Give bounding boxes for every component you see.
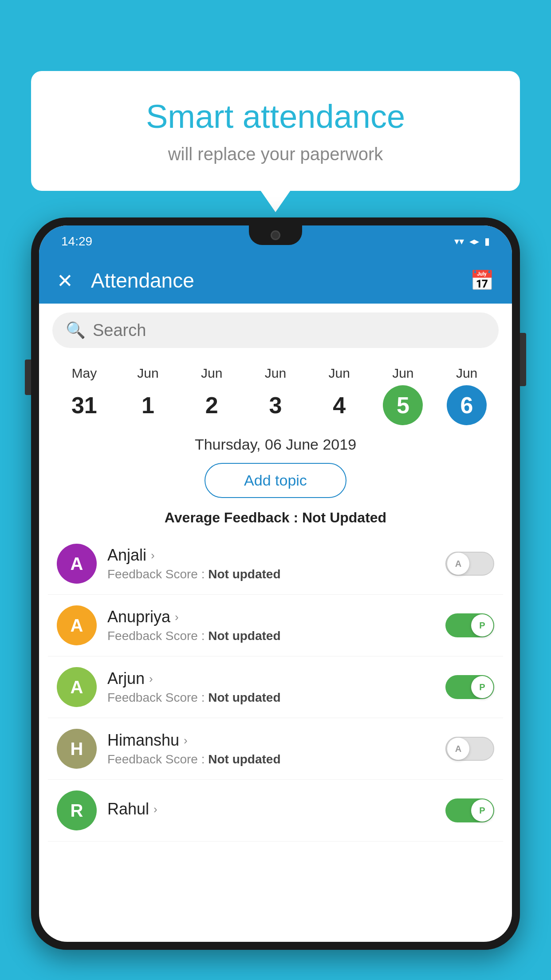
student-row-4[interactable]: RRahul ›P xyxy=(48,780,503,842)
date-col-3[interactable]: Jun3 xyxy=(256,366,295,425)
bubble-title: Smart attendance xyxy=(67,98,484,135)
attendance-toggle-0[interactable]: A xyxy=(445,552,494,576)
bubble-subtitle: will replace your paperwork xyxy=(67,144,484,164)
speech-bubble-container: Smart attendance will replace your paper… xyxy=(31,71,520,191)
student-name-4: Rahul › xyxy=(107,800,435,818)
battery-icon: ▮ xyxy=(484,236,490,247)
avatar-3: H xyxy=(57,729,97,769)
attendance-toggle-3[interactable]: A xyxy=(445,737,494,761)
student-info-2: Arjun ›Feedback Score : Not updated xyxy=(107,669,435,705)
student-info-0: Anjali ›Feedback Score : Not updated xyxy=(107,546,435,581)
feedback-score-1: Feedback Score : Not updated xyxy=(107,629,435,643)
student-info-4: Rahul › xyxy=(107,800,435,821)
signal-icon: ◂▸ xyxy=(469,236,479,247)
phone-outer: 14:29 ▾▾ ◂▸ ▮ ✕ Attendance 📅 🔍 May31J xyxy=(31,217,520,950)
search-input[interactable] xyxy=(93,321,485,340)
student-name-2: Arjun › xyxy=(107,669,435,688)
date-col-1[interactable]: Jun1 xyxy=(128,366,168,425)
student-row-2[interactable]: AArjun ›Feedback Score : Not updatedP xyxy=(48,656,503,718)
avatar-2: A xyxy=(57,667,97,707)
student-info-3: Himanshu ›Feedback Score : Not updated xyxy=(107,731,435,767)
search-icon: 🔍 xyxy=(66,321,86,340)
student-row-1[interactable]: AAnupriya ›Feedback Score : Not updatedP xyxy=(48,595,503,656)
date-month-0: May xyxy=(72,366,97,381)
date-col-2[interactable]: Jun2 xyxy=(192,366,232,425)
chevron-icon-1: › xyxy=(175,610,179,624)
avatar-0: A xyxy=(57,544,97,584)
status-time: 14:29 xyxy=(61,234,92,249)
date-month-5: Jun xyxy=(392,366,413,381)
date-month-3: Jun xyxy=(265,366,286,381)
search-bar[interactable]: 🔍 xyxy=(52,312,499,348)
date-col-6[interactable]: Jun6 xyxy=(447,366,487,425)
add-topic-button[interactable]: Add topic xyxy=(205,463,346,498)
avatar-4: R xyxy=(57,790,97,830)
date-day-0: 31 xyxy=(64,385,104,425)
date-month-1: Jun xyxy=(137,366,158,381)
date-strip: May31Jun1Jun2Jun3Jun4Jun5Jun6 xyxy=(39,357,512,425)
student-name-3: Himanshu › xyxy=(107,731,435,750)
front-camera xyxy=(271,230,280,240)
wifi-icon: ▾▾ xyxy=(454,236,464,247)
app-bar: ✕ Attendance 📅 xyxy=(39,257,512,304)
date-day-4: 4 xyxy=(319,385,359,425)
phone-mockup: 14:29 ▾▾ ◂▸ ▮ ✕ Attendance 📅 🔍 May31J xyxy=(31,217,520,980)
date-col-4[interactable]: Jun4 xyxy=(319,366,359,425)
app-bar-title: Attendance xyxy=(91,269,452,292)
phone-inner: 14:29 ▾▾ ◂▸ ▮ ✕ Attendance 📅 🔍 May31J xyxy=(39,225,512,942)
date-day-2: 2 xyxy=(192,385,232,425)
toggle-knob-2: P xyxy=(471,676,493,698)
attendance-toggle-1[interactable]: P xyxy=(445,613,494,637)
date-month-4: Jun xyxy=(328,366,350,381)
date-col-5[interactable]: Jun5 xyxy=(383,366,423,425)
feedback-score-3: Feedback Score : Not updated xyxy=(107,752,435,767)
chevron-icon-0: › xyxy=(151,549,155,562)
toggle-knob-4: P xyxy=(471,799,493,822)
chevron-icon-3: › xyxy=(184,734,188,747)
average-feedback: Average Feedback : Not Updated xyxy=(39,502,512,533)
avg-feedback-label: Average Feedback : xyxy=(165,510,302,526)
chevron-icon-4: › xyxy=(153,802,157,816)
student-name-0: Anjali › xyxy=(107,546,435,565)
date-day-1: 1 xyxy=(128,385,168,425)
avg-feedback-value: Not Updated xyxy=(302,510,386,526)
student-name-1: Anupriya › xyxy=(107,608,435,626)
feedback-score-2: Feedback Score : Not updated xyxy=(107,691,435,705)
date-day-5: 5 xyxy=(383,385,423,425)
date-col-0[interactable]: May31 xyxy=(64,366,104,425)
date-day-6: 6 xyxy=(447,385,487,425)
chevron-icon-2: › xyxy=(149,672,153,686)
toggle-knob-1: P xyxy=(471,614,493,636)
toggle-knob-0: A xyxy=(447,553,469,575)
phone-notch xyxy=(249,225,302,245)
date-month-2: Jun xyxy=(201,366,222,381)
speech-bubble: Smart attendance will replace your paper… xyxy=(31,71,520,191)
date-month-6: Jun xyxy=(456,366,477,381)
attendance-toggle-2[interactable]: P xyxy=(445,675,494,699)
student-info-1: Anupriya ›Feedback Score : Not updated xyxy=(107,608,435,643)
student-row-0[interactable]: AAnjali ›Feedback Score : Not updatedA xyxy=(48,533,503,595)
selected-date-label: Thursday, 06 June 2019 xyxy=(39,425,512,458)
status-icons: ▾▾ ◂▸ ▮ xyxy=(454,236,490,247)
attendance-toggle-4[interactable]: P xyxy=(445,798,494,822)
feedback-score-0: Feedback Score : Not updated xyxy=(107,567,435,581)
student-list: AAnjali ›Feedback Score : Not updatedAAA… xyxy=(39,533,512,842)
close-button[interactable]: ✕ xyxy=(57,269,73,292)
student-row-3[interactable]: HHimanshu ›Feedback Score : Not updatedA xyxy=(48,718,503,780)
avatar-1: A xyxy=(57,605,97,645)
date-day-3: 3 xyxy=(256,385,295,425)
calendar-icon[interactable]: 📅 xyxy=(470,269,494,292)
toggle-knob-3: A xyxy=(447,738,469,760)
